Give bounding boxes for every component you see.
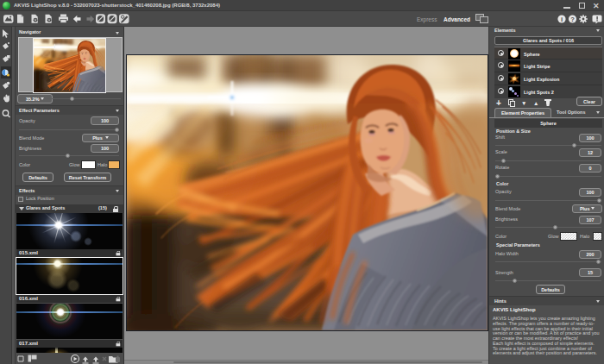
svg-text:?: ? xyxy=(570,15,575,22)
svg-text:i: i xyxy=(561,15,563,22)
